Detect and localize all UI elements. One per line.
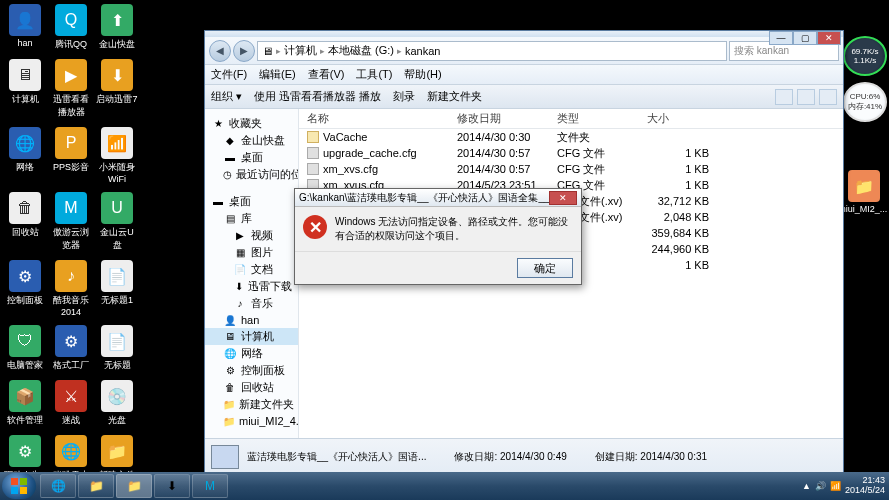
file-row[interactable]: VaCache2014/4/30 0:30文件夹 (299, 129, 843, 145)
app-icon: 🛡 (9, 325, 41, 357)
newfolder-button[interactable]: 新建文件夹 (427, 89, 482, 104)
organize-button[interactable]: 组织 ▾ (211, 89, 242, 104)
desktop-icon[interactable]: 👤han (4, 4, 46, 51)
desktop-icon-miui[interactable]: 📁 niui_MI2_... (843, 170, 885, 214)
close-button[interactable]: ✕ (817, 31, 841, 45)
file-date: 2014/4/30 0:30 (457, 131, 557, 143)
sidebar-downloads[interactable]: ⬇迅雷下载 (205, 278, 298, 295)
ok-button[interactable]: 确定 (517, 258, 573, 278)
taskbar-app-1[interactable]: 🌐 (40, 474, 76, 498)
icon-label: 回收站 (12, 226, 39, 239)
clock[interactable]: 21:43 2014/5/24 (845, 476, 885, 496)
desktop-icon[interactable]: 🛡电脑管家 (4, 325, 46, 372)
file-row[interactable]: upgrade_cache.cfg2014/4/30 0:57CFG 文件1 K… (299, 145, 843, 161)
breadcrumb[interactable]: 🖥 ▸ 计算机 ▸ 本地磁盘 (G:) ▸ kankan (257, 41, 727, 61)
start-button[interactable] (2, 473, 36, 499)
tray-icon[interactable]: 🔊 (815, 481, 826, 491)
desktop-icon[interactable]: ⚙格式工厂 (50, 325, 92, 372)
app-icon: 📄 (101, 325, 133, 357)
sidebar-favorites[interactable]: ★收藏夹 (205, 115, 298, 132)
recycle-icon: 🗑 (223, 381, 237, 395)
desktop-icon[interactable]: ⬇启动迅雷7 (96, 59, 138, 119)
sidebar-kspan[interactable]: ◆金山快盘 (205, 132, 298, 149)
sidebar-desktop[interactable]: ▬桌面 (205, 149, 298, 166)
desktop-icon[interactable]: 🌐网络 (4, 127, 46, 184)
crumb-disk[interactable]: 本地磁盘 (G:) (328, 43, 394, 58)
desktop-icon[interactable]: 📶小米随身WiFi (96, 127, 138, 184)
help-icon[interactable] (819, 89, 837, 105)
desktop-icon[interactable]: ♪酷我音乐2014 (50, 260, 92, 317)
sidebar-han[interactable]: 👤han (205, 312, 298, 328)
sidebar-computer[interactable]: 🖥计算机 (205, 328, 298, 345)
col-date[interactable]: 修改日期 (457, 111, 557, 126)
file-row[interactable]: xm_xvs.cfg2014/4/30 0:57CFG 文件1 KB (299, 161, 843, 177)
menu-view[interactable]: 查看(V) (308, 67, 345, 82)
chevron-right-icon: ▸ (397, 46, 402, 56)
menu-edit[interactable]: 编辑(E) (259, 67, 296, 82)
sidebar-libraries[interactable]: ▤库 (205, 210, 298, 227)
menu-file[interactable]: 文件(F) (211, 67, 247, 82)
back-button[interactable]: ◀ (209, 40, 231, 62)
icon-label: 控制面板 (7, 294, 43, 307)
dialog-title: G:\kankan\蓝洁瑛电影专辑__《开心快活人》国语全集__2_175188… (299, 191, 549, 205)
desktop-icon[interactable]: 📦软件管理 (4, 380, 46, 427)
desktop-icon[interactable]: ⚔迷战 (50, 380, 92, 427)
desktop-icon[interactable]: ⚙控制面板 (4, 260, 46, 317)
memory-widget[interactable]: CPU:6% 内存:41% (843, 82, 887, 122)
app-icon: ⚔ (55, 380, 87, 412)
minimize-button[interactable]: — (769, 31, 793, 45)
network-widget[interactable]: 69.7K/s 1.1K/s (843, 36, 887, 76)
dialog-close-button[interactable]: ✕ (549, 191, 577, 205)
desktop-icon[interactable]: ⬆金山快盘 (96, 4, 138, 51)
menu-help[interactable]: 帮助(H) (404, 67, 441, 82)
error-icon: ✕ (303, 215, 327, 239)
col-size[interactable]: 大小 (647, 111, 717, 126)
star-icon: ★ (211, 117, 225, 131)
taskbar-app-2[interactable]: 📁 (78, 474, 114, 498)
desktop-icon[interactable]: Q腾讯QQ (50, 4, 92, 51)
play-button[interactable]: 使用 迅雷看看播放器 播放 (254, 89, 381, 104)
sidebar-miui[interactable]: 📁miui_MI2_4.4.18_b (205, 413, 298, 429)
crumb-computer[interactable]: 计算机 (284, 43, 317, 58)
sidebar-recent[interactable]: ◷最近访问的位置 (205, 166, 298, 183)
sidebar-documents[interactable]: 📄文档 (205, 261, 298, 278)
sidebar-recycle[interactable]: 🗑回收站 (205, 379, 298, 396)
desktop-icon[interactable]: 📄无标题 (96, 325, 138, 372)
sidebar-videos[interactable]: ▶视频 (205, 227, 298, 244)
sidebar-music[interactable]: ♪音乐 (205, 295, 298, 312)
desktop-icon[interactable]: ▶迅雷看看播放器 (50, 59, 92, 119)
taskbar-app-5[interactable]: M (192, 474, 228, 498)
tray-icon[interactable]: 📶 (830, 481, 841, 491)
desktop-icon[interactable]: 📄无标题1 (96, 260, 138, 317)
crumb-folder[interactable]: kankan (405, 45, 440, 57)
view-icon[interactable] (775, 89, 793, 105)
status-filename: 蓝洁瑛电影专辑__《开心快活人》国语... (247, 450, 426, 464)
app-icon: ⬆ (101, 4, 133, 36)
app-icon: Q (55, 4, 87, 36)
sidebar-pictures[interactable]: ▦图片 (205, 244, 298, 261)
maximize-button[interactable]: ▢ (793, 31, 817, 45)
forward-button[interactable]: ▶ (233, 40, 255, 62)
sidebar-desktop2[interactable]: ▬桌面 (205, 193, 298, 210)
sidebar-control[interactable]: ⚙控制面板 (205, 362, 298, 379)
icon-label: 无标题1 (101, 294, 133, 307)
desktop-icon[interactable]: PPPS影音 (50, 127, 92, 184)
menu-tools[interactable]: 工具(T) (356, 67, 392, 82)
desktop-icon[interactable]: M傲游云浏览器 (50, 192, 92, 252)
tray-expand-icon[interactable]: ▲ (802, 481, 811, 491)
desktop-icon[interactable]: U金山云U盘 (96, 192, 138, 252)
desktop-icon[interactable]: 🖥计算机 (4, 59, 46, 119)
taskbar-app-4[interactable]: ⬇ (154, 474, 190, 498)
sidebar-newfolder[interactable]: 📁新建文件夹 (205, 396, 298, 413)
icon-label: han (17, 38, 32, 48)
net-down: 69.7K/s (851, 47, 878, 56)
taskbar-app-3[interactable]: 📁 (116, 474, 152, 498)
desktop-icon[interactable]: 🗑回收站 (4, 192, 46, 252)
col-type[interactable]: 类型 (557, 111, 647, 126)
sidebar-network[interactable]: 🌐网络 (205, 345, 298, 362)
col-name[interactable]: 名称 (307, 111, 457, 126)
app-icon: 📁 (101, 435, 133, 467)
burn-button[interactable]: 刻录 (393, 89, 415, 104)
preview-pane-icon[interactable] (797, 89, 815, 105)
desktop-icon[interactable]: 💿光盘 (96, 380, 138, 427)
